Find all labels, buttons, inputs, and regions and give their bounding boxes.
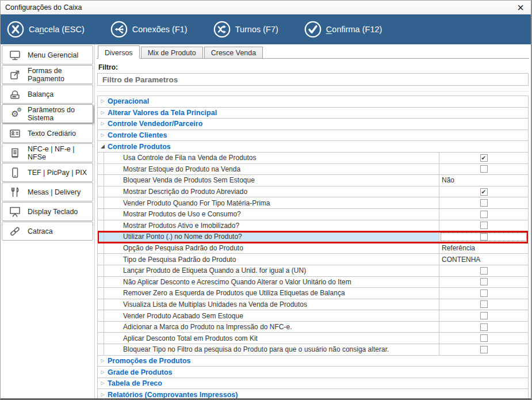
param-row[interactable]: Mostrar Estoque do Produto na Venda bbox=[98, 164, 528, 176]
checkbox[interactable]: ✔ bbox=[480, 154, 488, 162]
expand-icon[interactable]: ▷ bbox=[98, 370, 108, 375]
checkbox[interactable]: ✔ bbox=[480, 188, 488, 196]
confirma-button[interactable]: Confirma (F12) bbox=[304, 20, 382, 39]
param-row[interactable]: Vender Produto Acabado Sem Estoque bbox=[98, 310, 528, 322]
cancela-button[interactable]: Cancela (ESC) bbox=[6, 20, 85, 39]
checkbox[interactable] bbox=[480, 267, 488, 275]
param-label: Utilizar Ponto (.) no Nome do Produto? bbox=[104, 231, 439, 242]
tab-mix-de-produto[interactable]: Mix de Produto bbox=[141, 47, 203, 58]
param-label: Vender Produto Acabado Sem Estoque bbox=[104, 310, 439, 321]
checkbox[interactable] bbox=[480, 211, 488, 218]
gears-icon: ⚙⚙ bbox=[7, 109, 23, 118]
close-icon[interactable]: × bbox=[517, 2, 524, 13]
app-window: Configurações do Caixa × Cancela (ESC)Co… bbox=[0, 0, 532, 400]
param-row[interactable]: Vender Produto Quando For Tipo Matéria-P… bbox=[98, 197, 528, 209]
group-row[interactable]: ▷Grade de Produtos bbox=[98, 367, 528, 378]
scale-icon bbox=[7, 88, 23, 101]
sidebar-item-nfc-e-nf-e-nfse[interactable]: NFC-e | NF-e | NFSe bbox=[2, 143, 93, 162]
param-value-cell[interactable] bbox=[439, 209, 528, 220]
checkbox[interactable] bbox=[480, 233, 488, 241]
param-value-cell[interactable]: Não bbox=[439, 175, 528, 186]
group-row[interactable]: ◢Controle Produtos bbox=[98, 141, 528, 153]
checkbox[interactable] bbox=[480, 300, 488, 308]
param-value-cell[interactable] bbox=[439, 344, 528, 355]
sidebar-item-catraca[interactable]: Catraca bbox=[2, 222, 93, 241]
param-row-highlighted[interactable]: Utilizar Ponto (.) no Nome do Produto? bbox=[98, 231, 528, 243]
param-row[interactable]: Tipo de Pesquisa Padrão do ProdutoCONTEN… bbox=[98, 254, 528, 265]
param-value-cell[interactable]: ✔ bbox=[439, 186, 528, 197]
tab-diversos[interactable]: Diversos bbox=[98, 45, 140, 59]
conexoes-button[interactable]: Conexões (F1) bbox=[110, 20, 187, 39]
sidebar-item-par-metros-do-sistema[interactable]: ⚙⚙Parâmetros do Sistema bbox=[2, 104, 93, 123]
param-value-cell[interactable]: CONTENHA bbox=[439, 254, 528, 265]
param-value-cell[interactable] bbox=[439, 265, 528, 276]
param-value-cell[interactable]: Referência bbox=[439, 243, 528, 254]
param-value-cell[interactable] bbox=[439, 164, 528, 175]
param-row[interactable]: Remover Zero a Esquerda de Produtos que … bbox=[98, 288, 528, 299]
param-value-cell[interactable] bbox=[439, 322, 528, 333]
collapse-icon[interactable]: ◢ bbox=[98, 144, 108, 149]
param-value-cell[interactable] bbox=[439, 231, 528, 242]
expand-icon[interactable]: ▷ bbox=[98, 121, 108, 126]
row-indent bbox=[98, 299, 104, 310]
checkbox[interactable] bbox=[480, 289, 488, 297]
sidebar-item-tef-picpay-pix[interactable]: TEF | PicPay | PIX bbox=[2, 163, 93, 182]
param-value-cell[interactable] bbox=[439, 277, 528, 288]
param-row[interactable]: Usa Controle de Fila na Venda de Produto… bbox=[98, 153, 528, 164]
param-value-cell[interactable] bbox=[439, 288, 528, 299]
sidebar-item-mesas-delivery[interactable]: Mesas | Delivery bbox=[2, 182, 93, 201]
param-row[interactable]: Bloquear Tipo no Filtro da pesquisa do P… bbox=[98, 344, 528, 356]
group-label: Promoções de Produtos bbox=[108, 357, 190, 365]
param-row[interactable]: Mostrar Descrição do Produto Abreviado✔ bbox=[98, 186, 528, 198]
checkbox[interactable] bbox=[480, 199, 488, 207]
param-row[interactable]: Lançar Produto de Etiqueta Quando a Unid… bbox=[98, 265, 528, 277]
param-value-cell[interactable] bbox=[439, 299, 528, 310]
param-row[interactable]: Aplicar Desconto Total em Produtos com K… bbox=[98, 333, 528, 344]
param-value-cell[interactable] bbox=[439, 197, 528, 208]
tab-cresce-venda[interactable]: Cresce Venda bbox=[204, 47, 263, 58]
group-row[interactable]: ▷Operacional bbox=[98, 96, 528, 108]
connections-circle-icon bbox=[110, 20, 128, 39]
sidebar-item-formas-de-pagamento[interactable]: Formas de Pagamento bbox=[2, 65, 93, 84]
projection-screen-icon bbox=[7, 205, 23, 218]
expand-icon[interactable]: ▷ bbox=[98, 381, 108, 386]
tab-strip: DiversosMix de ProdutoCresce Venda bbox=[97, 45, 529, 59]
checkbox[interactable] bbox=[480, 222, 488, 229]
checkbox[interactable] bbox=[480, 334, 488, 342]
expand-icon[interactable]: ▷ bbox=[98, 393, 108, 397]
param-row[interactable]: Adicionar a Marca do Produto na Impressã… bbox=[98, 322, 528, 333]
group-row[interactable]: ▷Alterar Valores da Tela Principal bbox=[98, 108, 528, 119]
sidebar-item-texto-credi-rio[interactable]: Texto Crediário bbox=[2, 124, 93, 143]
checkbox[interactable] bbox=[480, 312, 488, 319]
expand-icon[interactable]: ▷ bbox=[98, 99, 108, 104]
sidebar-item-menu-gerencial[interactable]: Menu Gerencial bbox=[2, 45, 93, 64]
group-row[interactable]: ▷Relatórios (Comprovantes Impressos) bbox=[98, 389, 528, 398]
param-value-cell[interactable] bbox=[439, 220, 528, 231]
checkbox[interactable] bbox=[480, 323, 488, 331]
expand-icon[interactable]: ▷ bbox=[98, 359, 108, 363]
param-row[interactable]: Mostrar Produtos de Uso e Consumo? bbox=[98, 209, 528, 220]
param-value-cell[interactable] bbox=[439, 310, 528, 321]
param-row[interactable]: Opção de Pesquisa Padrão do ProdutoRefer… bbox=[98, 243, 528, 254]
checkbox[interactable] bbox=[480, 165, 488, 173]
param-row[interactable]: Não Aplicar Desconto e Acrescimo Quando … bbox=[98, 277, 528, 288]
expand-icon[interactable]: ▷ bbox=[98, 133, 108, 138]
sidebar-item-display-teclado[interactable]: Display Teclado bbox=[2, 202, 93, 221]
sidebar-item-balan-a[interactable]: Balança bbox=[2, 85, 93, 104]
row-indent bbox=[98, 164, 104, 175]
group-row[interactable]: ▷Promoções de Produtos bbox=[98, 356, 528, 367]
param-row[interactable]: Visualiza Lista de Multiplas Unidades na… bbox=[98, 299, 528, 311]
turnos-button[interactable]: Turnos (F7) bbox=[213, 20, 278, 39]
expand-icon[interactable]: ▷ bbox=[98, 111, 108, 115]
group-row[interactable]: ▷Tabela de Preco bbox=[98, 378, 528, 390]
param-label: Bloquear Venda de Produtos Sem Estoque bbox=[104, 175, 439, 186]
group-row[interactable]: ▷Controle Vendedor/Parceiro bbox=[98, 119, 528, 130]
filter-input[interactable] bbox=[97, 73, 529, 86]
param-value-cell[interactable]: ✔ bbox=[439, 153, 528, 163]
param-value-cell[interactable] bbox=[439, 333, 528, 344]
checkbox[interactable] bbox=[480, 346, 488, 353]
group-row[interactable]: ▷Controle Clientes bbox=[98, 130, 528, 142]
checkbox[interactable] bbox=[480, 278, 488, 285]
param-row[interactable]: Mostrar Produtos Ativo e Imobilizado? bbox=[98, 220, 528, 232]
param-row[interactable]: Bloquear Venda de Produtos Sem EstoqueNã… bbox=[98, 175, 528, 186]
